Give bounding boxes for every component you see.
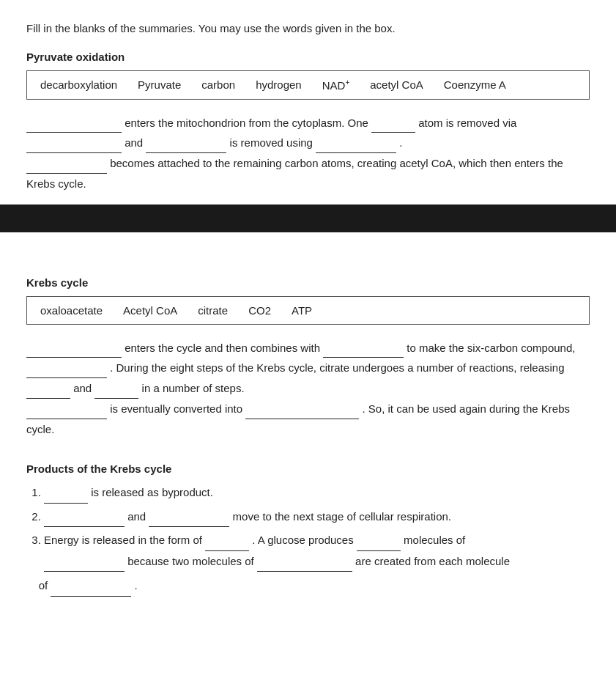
word-co2: CO2 <box>248 304 271 317</box>
blank-product-4[interactable] <box>205 538 249 551</box>
blank-product-3[interactable] <box>149 514 229 527</box>
word-coenzyme-a: Coenzyme A <box>444 78 506 91</box>
blank-of[interactable] <box>51 583 131 597</box>
blank-product-1[interactable] <box>44 490 88 504</box>
blank-krebs-5[interactable] <box>94 386 138 399</box>
gap-after-divider <box>26 232 590 276</box>
krebs-paragraph1: enters the cycle and then combines with … <box>26 338 590 440</box>
word-oxaloacetate: oxaloacetate <box>40 304 103 317</box>
pyruvate-paragraph1: enters the mitochondrion from the cytopl… <box>26 113 590 194</box>
blank-product-5[interactable] <box>357 538 401 551</box>
pyruvate-word-box: decarboxylation Pyruvate carbon hydrogen… <box>26 70 590 100</box>
blank-krebs-4[interactable] <box>26 386 70 399</box>
krebs-section: Krebs cycle oxaloacetate Acetyl CoA citr… <box>26 276 590 597</box>
pyruvate-title: Pyruvate oxidation <box>26 51 590 63</box>
pyruvate-section: Pyruvate oxidation decarboxylation Pyruv… <box>26 51 590 194</box>
word-pyruvate: Pyruvate <box>138 78 181 91</box>
word-acetyl-coa-krebs: Acetyl CoA <box>123 304 177 317</box>
krebs-title: Krebs cycle <box>26 276 590 289</box>
word-carbon: carbon <box>201 78 235 91</box>
blank-pyruvate-3[interactable] <box>26 140 122 153</box>
blank-product-2[interactable] <box>44 514 125 527</box>
blank-pyruvate-5[interactable] <box>316 140 396 153</box>
products-title: Products of the Krebs cycle <box>26 463 590 475</box>
product-item-2: and move to the next stage of cellular r… <box>44 506 590 528</box>
word-nad: NAD+ <box>322 78 350 92</box>
gap-before-products <box>26 449 590 463</box>
blank-product-6[interactable] <box>44 559 125 572</box>
blank-product-7[interactable] <box>257 559 352 572</box>
blank-krebs-2[interactable] <box>323 344 404 358</box>
section-divider <box>0 204 616 232</box>
word-decarboxylation: decarboxylation <box>40 78 117 91</box>
krebs-word-box: oxaloacetate Acetyl CoA citrate CO2 ATP <box>26 296 590 325</box>
word-atp: ATP <box>292 304 312 317</box>
blank-pyruvate-2[interactable] <box>371 119 415 133</box>
blank-krebs-3[interactable] <box>26 365 107 378</box>
of-line: of . <box>26 575 590 597</box>
blank-pyruvate-4[interactable] <box>146 140 226 153</box>
word-hydrogen: hydrogen <box>256 78 302 91</box>
blank-pyruvate-6[interactable] <box>26 161 107 174</box>
blank-pyruvate-1[interactable] <box>26 119 122 133</box>
word-citrate: citrate <box>198 304 228 317</box>
word-acetyl-coa: acetyl CoA <box>370 78 423 91</box>
product-item-3: Energy is released in the form of . A gl… <box>44 530 590 572</box>
blank-krebs-7[interactable] <box>245 406 359 419</box>
blank-krebs-6[interactable] <box>26 406 107 419</box>
product-item-1: is released as byproduct. <box>44 482 590 504</box>
blank-krebs-1[interactable] <box>26 344 122 358</box>
instructions: Fill in the blanks of the summaries. You… <box>26 21 590 37</box>
products-list: is released as byproduct. and move to th… <box>26 482 590 572</box>
